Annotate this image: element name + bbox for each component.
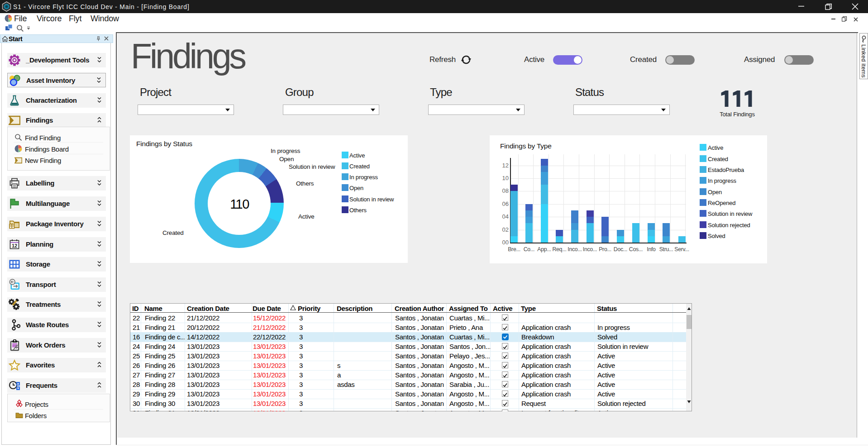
- svg-text:12: 12: [12, 243, 17, 248]
